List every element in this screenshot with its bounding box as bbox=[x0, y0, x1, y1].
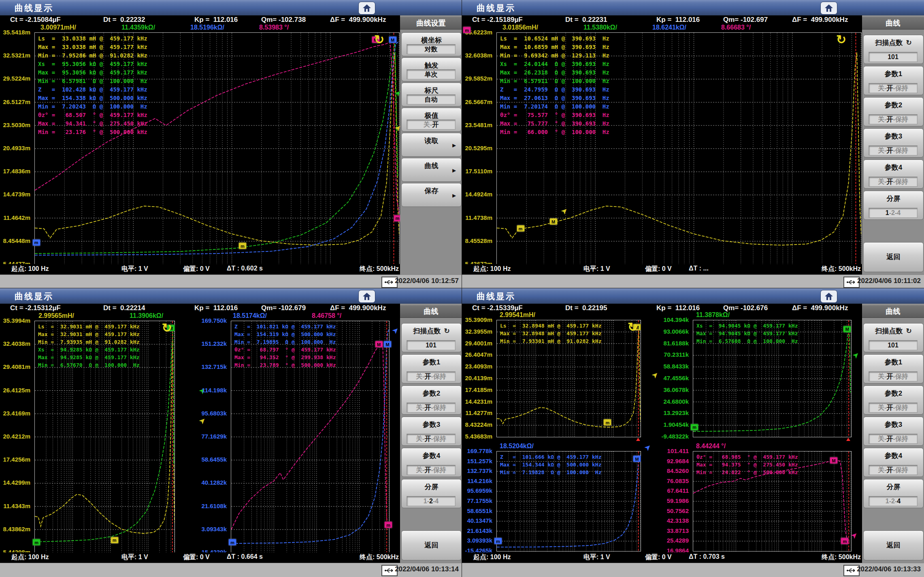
home-button[interactable] bbox=[820, 2, 837, 15]
trace-marker-m[interactable]: m bbox=[384, 522, 392, 528]
option-segment: 关 bbox=[878, 373, 884, 380]
y-axis-label: 36.0678k bbox=[640, 386, 689, 393]
stat-value: Qm= -102.697 bbox=[723, 16, 768, 24]
menu-button-5[interactable]: 参数4关-开-保持 bbox=[863, 160, 924, 189]
menu-button-label: 参数2 bbox=[864, 100, 923, 110]
home-button[interactable] bbox=[820, 290, 837, 303]
home-button[interactable] bbox=[358, 2, 375, 15]
menu-button-3[interactable]: 参数2关-开-保持 bbox=[863, 97, 924, 126]
home-button[interactable] bbox=[358, 290, 375, 303]
trace-marker-M[interactable]: M bbox=[375, 341, 383, 348]
rotate-sweep-icon[interactable]: ↻ bbox=[374, 34, 384, 46]
trace-marker-M[interactable]: M bbox=[549, 218, 558, 225]
stat-value: Dt = 0.22195 bbox=[565, 304, 607, 312]
menu-value-box: 关-开-保持 bbox=[869, 465, 918, 475]
y-axis-label: 8.45528m bbox=[462, 237, 492, 244]
menu-button-label: 标尺 bbox=[402, 86, 461, 95]
menu-button-label: 参数2 bbox=[864, 389, 923, 398]
trace-marker-m[interactable]: m bbox=[111, 537, 119, 543]
menu-button-1[interactable]: 扫描点数↻101 bbox=[863, 323, 924, 352]
menu-button-3[interactable]: 参数2关-开-保持 bbox=[401, 385, 462, 415]
trace-marker-m[interactable]: m bbox=[32, 239, 40, 246]
trace-marker-m[interactable]: m bbox=[32, 539, 40, 546]
plot-area: Xs = 94.9045 kΩ @ 459.177 kHzMax = 94.90… bbox=[693, 320, 852, 437]
menu-button-4[interactable]: 极值关-开 bbox=[401, 108, 462, 132]
y-axis-label: 11.4642m bbox=[0, 214, 30, 221]
pointer-arrow-icon: ➤ bbox=[390, 325, 400, 335]
trace-marker-M[interactable]: M bbox=[830, 457, 838, 464]
sweep-info-item: 起点: 100 Hz bbox=[473, 265, 511, 273]
submenu-arrow-icon: ► bbox=[451, 192, 457, 198]
back-button[interactable]: 返回 bbox=[863, 530, 924, 560]
menu-button-1[interactable]: 扫描点数↻101 bbox=[863, 35, 924, 64]
back-button[interactable]: 返回 bbox=[401, 530, 462, 560]
stats-row: Ct = -2.15084µFDt = 0.22232Kp = 112.016Q… bbox=[0, 15, 400, 24]
menu-button-2[interactable]: 参数1关-开-保持 bbox=[863, 354, 924, 383]
option-segment: 开 bbox=[887, 404, 893, 411]
trace-marker-m[interactable]: m bbox=[517, 225, 525, 232]
menu-panel: 曲线设置横坐标对数触发单次标尺自动极值关-开读取►曲线►保存► bbox=[400, 15, 462, 275]
menu-button-label: 参数4 bbox=[864, 163, 923, 172]
menu-button-1[interactable]: 横坐标对数 bbox=[401, 32, 462, 56]
back-button[interactable]: 返回 bbox=[863, 242, 924, 272]
rotate-sweep-icon[interactable]: ↻ bbox=[162, 322, 172, 334]
trace-marker-m[interactable]: m bbox=[494, 538, 502, 545]
option-segment: 1 bbox=[424, 498, 427, 505]
menu-button-5[interactable]: 参数4关-开-保持 bbox=[863, 448, 924, 477]
trace-marker-m[interactable]: m bbox=[841, 538, 849, 545]
menu-button-5[interactable]: 参数4关-开-保持 bbox=[401, 448, 462, 477]
menu-button-2[interactable]: 参数1关-开-保持 bbox=[401, 354, 462, 383]
menu-button-6[interactable]: 分屏1-2-4 bbox=[863, 191, 924, 220]
option-segment: 关 bbox=[416, 404, 422, 411]
option-segment: 关 bbox=[416, 435, 422, 442]
menu-button-3[interactable]: 标尺自动 bbox=[401, 83, 462, 106]
menu-button-4[interactable]: 参数3关-开-保持 bbox=[863, 417, 924, 446]
trace-marker-m[interactable]: m bbox=[238, 243, 247, 249]
y-axis-label: 92.9684 bbox=[640, 458, 689, 464]
timestamp: 2022/04/06 10:13:33 bbox=[857, 565, 921, 573]
menu-value-box: 101 bbox=[869, 52, 918, 62]
trace-marker-m[interactable]: m bbox=[228, 539, 236, 546]
grid-and-curves bbox=[693, 451, 851, 551]
sweep-info-item: ΔT : 0.602 s bbox=[227, 265, 263, 272]
back-button-label: 返回 bbox=[864, 252, 923, 262]
stat-value: Ct = -2.15189µF bbox=[472, 16, 523, 24]
y-axis-label: 84.5260 bbox=[640, 467, 689, 474]
grid-and-curves bbox=[35, 321, 175, 553]
stat-value: Qm= -102.738 bbox=[261, 16, 306, 24]
menu-value-box: 关-开-保持 bbox=[407, 371, 456, 381]
y-axis-label: 77.1755k bbox=[462, 497, 492, 504]
menu-button-2[interactable]: 参数1关-开-保持 bbox=[863, 66, 924, 95]
menu-button-6[interactable]: 曲线► bbox=[401, 158, 462, 182]
menu-button-3[interactable]: 参数2关-开-保持 bbox=[863, 385, 924, 415]
y-axis-label: 50.7562 bbox=[640, 507, 689, 514]
grid-and-curves bbox=[693, 320, 851, 437]
plot-area: Ls = 32.9031 mH @ 459.177 kHzMax = 32.90… bbox=[34, 321, 175, 553]
scale-per-division-label: 18.5196kΩ/ bbox=[190, 24, 224, 31]
menu-button-6[interactable]: 分屏1-2-4 bbox=[401, 479, 462, 508]
curve-blue bbox=[497, 455, 641, 547]
menu-header: 曲线设置 bbox=[400, 17, 462, 30]
menu-button-5[interactable]: 读取► bbox=[401, 133, 462, 157]
option-segment: 关 bbox=[416, 373, 422, 380]
trace-marker-M[interactable]: M bbox=[383, 341, 392, 348]
menu-button-4[interactable]: 参数3关-开-保持 bbox=[863, 128, 924, 158]
rotate-sweep-icon[interactable]: ↻ bbox=[628, 321, 638, 333]
stat-value: Ct = -2.15084µF bbox=[10, 16, 61, 24]
trace-marker-m[interactable]: m bbox=[603, 419, 611, 426]
menu-button-2[interactable]: 触发单次 bbox=[401, 57, 462, 81]
trace-marker-M[interactable]: M bbox=[843, 326, 851, 332]
trace-marker-M[interactable]: M bbox=[389, 36, 397, 43]
y-axis-label: 151.257k bbox=[462, 458, 492, 464]
menu-button-7[interactable]: 保存► bbox=[401, 183, 462, 207]
menu-button-6[interactable]: 分屏1-2-4 bbox=[863, 479, 924, 508]
trace-marker-m[interactable]: m bbox=[690, 424, 698, 430]
trace-marker-m[interactable]: m bbox=[463, 27, 471, 34]
rotate-sweep-icon[interactable]: ↻ bbox=[836, 34, 846, 46]
menu-button-4[interactable]: 参数3关-开-保持 bbox=[401, 417, 462, 446]
sweep-info-item: 偏置: 0 V bbox=[183, 265, 210, 273]
menu-button-1[interactable]: 扫描点数↻101 bbox=[401, 323, 462, 352]
sweep-info-bar: 起点: 100 Hz电平: 1 V偏置: 0 VΔT : 0.664 s终点: … bbox=[0, 552, 400, 563]
instrument-screen-3: 曲线显示Ct = -2.15312µFDt = 0.22214Kp = 112.… bbox=[0, 288, 462, 577]
option-segment: 保持 bbox=[895, 373, 908, 380]
